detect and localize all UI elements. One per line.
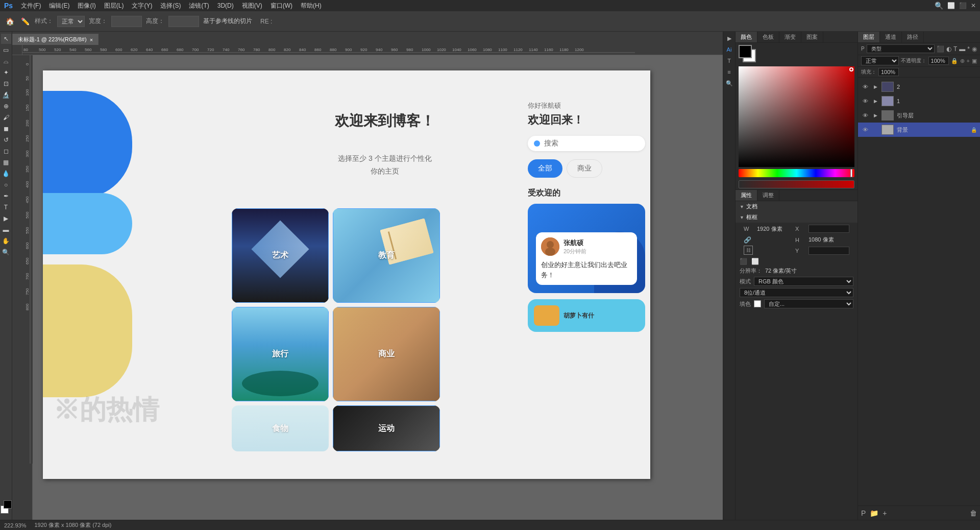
tool-marquee[interactable]: ▭ [1, 45, 11, 55]
layer-expand-2[interactable]: ▶ [872, 84, 878, 90]
category-travel[interactable]: 07 ✕ 旅行 [232, 307, 329, 401]
menu-item-select[interactable]: 选择(S) [160, 2, 181, 10]
brush-icon[interactable]: ✏️ [19, 16, 31, 27]
panel-ai-icon[interactable]: Ai [725, 45, 734, 54]
panel-align-icon[interactable]: ≡ [725, 67, 734, 77]
opacity-slider[interactable] [739, 180, 854, 188]
tool-text[interactable]: T [1, 202, 11, 212]
tool-stamp[interactable]: ◼ [1, 124, 11, 134]
tool-brush[interactable]: 🖌 [1, 112, 11, 123]
chain-icon[interactable]: ⛓ [744, 246, 753, 255]
category-sport[interactable]: 09 10 ✕ 运动 [333, 405, 440, 451]
mode-select[interactable]: RGB 颜色 [754, 277, 853, 286]
layer-expand-bg[interactable] [872, 127, 878, 133]
tool-lasso[interactable]: ⌓ [1, 56, 11, 66]
tool-hand[interactable]: ✋ [1, 236, 11, 246]
layer-vis-bg[interactable]: 👁 [861, 126, 869, 134]
foreground-color[interactable] [4, 500, 12, 509]
panel-search2-icon[interactable]: 🔍 [725, 79, 734, 88]
tool-shape[interactable]: ▬ [1, 225, 11, 235]
tool-blur[interactable]: 💧 [1, 168, 11, 179]
tool-eyedropper[interactable]: 🔬 [1, 90, 11, 100]
color-tab[interactable]: 颜色 [736, 32, 757, 42]
properties-tab[interactable]: 属性 [736, 190, 757, 201]
canvas-scroll[interactable]: 0 50 100 150 200 250 300 350 400 450 500… [22, 55, 723, 520]
doc-section-header[interactable]: ▼ 文档 [736, 201, 857, 212]
panel-text-icon[interactable]: T [725, 56, 734, 65]
category-food[interactable]: 食物 [232, 405, 329, 451]
tool-history-brush[interactable]: ↺ [1, 135, 11, 145]
close-icon[interactable]: ✕ [971, 2, 976, 9]
style-select[interactable]: 正常 [57, 16, 85, 27]
document-tab[interactable]: 未标题-1 @ 223%(RGB/8#) × [12, 34, 99, 45]
shape-filter-icon[interactable]: ▬ [959, 45, 965, 53]
tool-dodge[interactable]: ○ [1, 180, 11, 190]
tool-gradient[interactable]: ▦ [1, 157, 11, 167]
tool-crop[interactable]: ⊡ [1, 79, 11, 89]
menu-item-text[interactable]: 文字(Y) [132, 2, 152, 10]
layer-row-1[interactable]: 👁 ▶ 1 [858, 94, 980, 108]
unlink-icon[interactable]: ⬜ [751, 258, 759, 265]
layer-row-bg[interactable]: 👁 背景 🔒 [858, 123, 980, 137]
filter-all-button[interactable]: 全部 [528, 159, 562, 178]
menu-item-help[interactable]: 帮助(H) [301, 2, 322, 10]
paths-tab[interactable]: 路径 [902, 32, 924, 42]
adjust-filter-icon[interactable]: ◐ [946, 45, 951, 53]
search-icon[interactable]: 🔍 [935, 2, 943, 10]
layer-vis-guide[interactable]: 👁 [861, 111, 869, 119]
tab-close-button[interactable]: × [90, 37, 93, 43]
layer-expand-guide[interactable]: ▶ [872, 112, 878, 118]
menu-item-file[interactable]: 文件(F) [21, 2, 41, 10]
maximize-icon[interactable]: ⬛ [959, 2, 967, 9]
slice-button[interactable]: 基于参考线的切片 [203, 17, 252, 26]
category-art[interactable]: 03 ✕ 艺术 [232, 208, 329, 303]
menu-item-edit[interactable]: 编辑(E) [49, 2, 69, 10]
layer-vis-1[interactable]: 👁 [861, 97, 869, 105]
x-input[interactable] [808, 225, 849, 233]
swatches-tab[interactable]: 色板 [757, 32, 779, 42]
layer-filter-select[interactable]: 类型 [867, 44, 935, 53]
menu-item-filter[interactable]: 滤镜(T) [189, 2, 209, 10]
layer-filter-btn[interactable]: P [861, 509, 866, 517]
layer-new-group-btn[interactable]: 📁 [870, 509, 878, 517]
color-gradient-picker[interactable] [739, 66, 854, 167]
pixel-filter-icon[interactable]: ⬛ [937, 45, 944, 53]
category-biz[interactable]: 08 ✕ 商业 [333, 307, 440, 401]
layers-tab[interactable]: 图层 [858, 32, 880, 42]
filter-biz-button[interactable]: 商业 [567, 159, 602, 178]
layer-vis-2[interactable]: 👁 [861, 83, 869, 91]
gradients-tab[interactable]: 渐变 [779, 32, 801, 42]
lock-icon[interactable]: 🔒 [951, 58, 958, 64]
tool-healing[interactable]: ⊕ [1, 101, 11, 111]
menu-item-view[interactable]: 视图(V) [242, 2, 262, 10]
fill-select[interactable]: 自定... [764, 299, 853, 308]
smart-filter-icon[interactable]: * [967, 45, 970, 53]
fill-color-icon[interactable] [754, 300, 761, 307]
restore-icon[interactable]: ⬜ [947, 2, 955, 9]
link2-icon[interactable]: ⬛ [740, 258, 747, 265]
home-icon[interactable]: 🏠 [4, 16, 15, 27]
patterns-tab[interactable]: 图案 [801, 32, 823, 42]
channels-tab[interactable]: 通道 [880, 32, 902, 42]
search-bar[interactable]: 搜索 [528, 136, 645, 151]
type-filter-icon[interactable]: T [953, 45, 957, 53]
tool-eraser[interactable]: ◻ [1, 146, 11, 156]
layer-delete-btn[interactable]: 🗑 [970, 509, 977, 517]
layer-add-btn[interactable]: + [883, 509, 887, 517]
tool-move[interactable]: ↖ [1, 34, 11, 44]
lock4-icon[interactable]: ▣ [972, 58, 977, 64]
y-input[interactable] [808, 247, 849, 255]
menu-item-3d[interactable]: 3D(D) [217, 2, 234, 9]
foreground-swatch[interactable] [739, 45, 752, 58]
tool-path-select[interactable]: ▶ [1, 213, 11, 224]
tool-magic-wand[interactable]: ✦ [1, 67, 11, 78]
hue-slider[interactable] [739, 169, 854, 177]
menu-item-image[interactable]: 图像(I) [78, 2, 95, 10]
link-icon[interactable]: 🔗 [744, 236, 751, 244]
menu-item-window[interactable]: 窗口(W) [271, 2, 292, 10]
opacity-input[interactable] [928, 57, 949, 65]
lock2-icon[interactable]: ⊕ [960, 58, 965, 64]
bit-select[interactable]: 8位/通道 [740, 288, 853, 297]
blend-mode-select[interactable]: 正常 [861, 56, 899, 65]
layer-expand-1[interactable]: ▶ [872, 98, 878, 104]
